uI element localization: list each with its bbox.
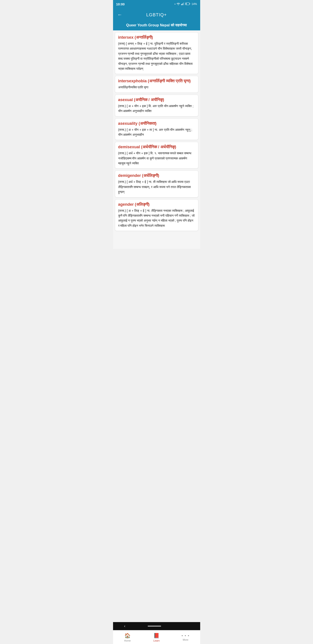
page-title: LGBTIQ+ <box>146 12 167 18</box>
card-body-agender: (तत्स.) [ अ + लिङ् + ई ] ना. लैङ्गिकता न… <box>118 208 195 228</box>
dot-indicator: • <box>174 2 176 6</box>
svg-rect-6 <box>186 3 187 4</box>
status-time: 10:00 <box>116 2 125 6</box>
status-bar: 10:00 • 14% <box>113 0 200 8</box>
svg-rect-5 <box>190 3 190 4</box>
card-body-demigender: (तत्स.) [ अर्ध + लिङ् + ई ] ना. ती व्यक्… <box>118 179 195 194</box>
subtitle-banner: Queer Youth Group Nepal को सहयोगमा <box>113 22 200 30</box>
content-area: intersex (अन्तर्लिङ्गी)(तत्स) [ अन्तर् +… <box>113 30 200 249</box>
wifi-icon <box>177 2 180 6</box>
card-title-intersexphobia: intersexphobia (अन्तर्लिङ्गी व्यक्ति प्र… <box>118 79 195 84</box>
card-body-intersexphobia: अन्तर्लिङ्गीव्यक्ति प्रति घृणा <box>118 85 195 90</box>
status-icons: • 14% <box>174 2 197 6</box>
card-asexuality[interactable]: asexuality (अयौनिकता)(तत्स.) [ अ + यौन +… <box>115 118 198 140</box>
card-intersex[interactable]: intersex (अन्तर्लिङ्गी)(तत्स) [ अन्तर् +… <box>115 32 198 74</box>
battery-percent: 14% <box>191 2 197 6</box>
card-title-demigender: demigender (अर्धलिङ्गी) <box>118 173 195 178</box>
svg-rect-2 <box>183 3 183 5</box>
card-title-asexuality: asexuality (अयौनिकता) <box>118 121 195 126</box>
subtitle-text: Queer Youth Group Nepal को सहयोगमा <box>126 23 187 27</box>
card-body-intersex: (तत्स) [ अन्तर् + लिङ् + ई ] ना. पुलिङ्ग… <box>118 41 195 71</box>
card-body-asexuality: (तत्स.) [ अ + यौन + इक + ता ] ना. अरु प्… <box>118 127 195 137</box>
card-title-intersex: intersex (अन्तर्लिङ्गी) <box>118 35 195 40</box>
battery-icon <box>185 2 190 6</box>
card-body-demisexual: (तत्स.) [ अर्ध + यौन + इक ] वि. १. भावना… <box>118 151 195 166</box>
svg-rect-3 <box>184 2 184 5</box>
card-title-agender: agender (अलिङ्गी) <box>118 202 195 207</box>
card-asexual[interactable]: asexual (अयौनिक / अयौनिकृ)(तत्स.) [ अ + … <box>115 94 198 116</box>
card-body-asexual: (तत्स.) [ अ + यौन + इक ] वि. अरु प्रति य… <box>118 104 195 114</box>
top-bar: ← LGBTIQ+ <box>113 8 200 22</box>
card-title-asexual: asexual (अयौनिक / अयौनिकृ) <box>118 98 195 102</box>
card-title-demisexual: demisexual (अर्धयौनिक / अर्धयौनिकृ) <box>118 145 195 149</box>
back-button[interactable]: ← <box>117 11 123 18</box>
signal-icon <box>181 2 184 6</box>
svg-rect-1 <box>182 4 183 5</box>
card-intersexphobia[interactable]: intersexphobia (अन्तर्लिङ्गी व्यक्ति प्र… <box>115 76 198 92</box>
card-agender[interactable]: agender (अलिङ्गी)(तत्स.) [ अ + लिङ् + ई … <box>115 199 198 231</box>
svg-rect-0 <box>181 4 182 5</box>
card-demisexual[interactable]: demisexual (अर्धयौनिक / अर्धयौनिकृ)(तत्स… <box>115 142 198 168</box>
card-demigender[interactable]: demigender (अर्धलिङ्गी)(तत्स.) [ अर्ध + … <box>115 170 198 197</box>
